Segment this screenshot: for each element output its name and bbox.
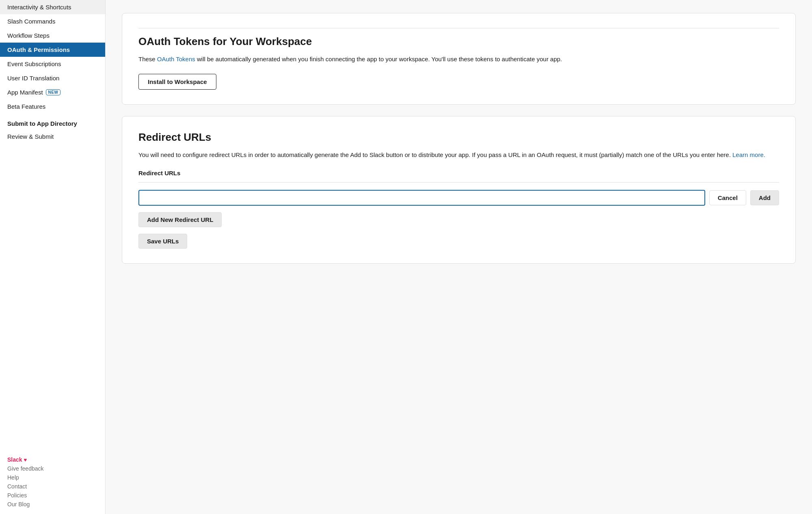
redirect-card-desc: You will need to configure redirect URLs… bbox=[138, 150, 779, 160]
redirect-input-row: Cancel Add bbox=[138, 190, 779, 206]
sidebar-item-label: App Manifest bbox=[7, 89, 43, 96]
sidebar-item-slash-commands[interactable]: Slash Commands bbox=[0, 14, 105, 28]
sidebar-item-beta-features[interactable]: Beta Features bbox=[0, 99, 105, 114]
sidebar-footer: Slack ♥ Give feedback Help Contact Polic… bbox=[0, 450, 105, 514]
slack-label: Slack bbox=[7, 456, 22, 463]
redirect-divider bbox=[138, 182, 779, 183]
sidebar-item-user-id-translation[interactable]: User ID Translation bbox=[0, 71, 105, 85]
redirect-card-title: Redirect URLs bbox=[138, 131, 779, 144]
sidebar-item-label: Interactivity & Shortcuts bbox=[7, 4, 71, 11]
install-to-workspace-button[interactable]: Install to Workspace bbox=[138, 74, 216, 90]
give-feedback-link[interactable]: Give feedback bbox=[7, 465, 98, 472]
redirect-urls-label: Redirect URLs bbox=[138, 170, 779, 176]
sidebar-item-label: Review & Submit bbox=[7, 133, 54, 140]
heart-icon: ♥ bbox=[24, 457, 27, 463]
help-link[interactable]: Help bbox=[7, 474, 98, 481]
oauth-desc-prefix: These bbox=[138, 56, 157, 62]
sidebar: Interactivity & Shortcuts Slash Commands… bbox=[0, 0, 106, 514]
sidebar-item-review-submit[interactable]: Review & Submit bbox=[0, 129, 105, 144]
redirect-url-input[interactable] bbox=[138, 190, 705, 206]
oauth-card-desc: These OAuth Tokens will be automatically… bbox=[138, 54, 779, 64]
sidebar-item-app-manifest[interactable]: App Manifest NEW bbox=[0, 85, 105, 99]
oauth-card-title: OAuth Tokens for Your Workspace bbox=[138, 35, 779, 48]
oauth-desc-suffix: will be automatically generated when you… bbox=[195, 56, 562, 62]
redirect-urls-card: Redirect URLs You will need to configure… bbox=[122, 116, 796, 264]
slack-link[interactable]: Slack ♥ bbox=[7, 456, 98, 463]
redirect-desc-text: You will need to configure redirect URLs… bbox=[138, 151, 732, 158]
our-blog-link[interactable]: Our Blog bbox=[7, 501, 98, 508]
sidebar-item-oauth-permissions[interactable]: OAuth & Permissions bbox=[0, 43, 105, 57]
sidebar-item-label: Slash Commands bbox=[7, 18, 55, 25]
sidebar-item-label: Workflow Steps bbox=[7, 32, 50, 39]
sidebar-item-label: Event Subscriptions bbox=[7, 60, 61, 67]
new-badge: NEW bbox=[46, 89, 61, 95]
submit-section-header: Submit to App Directory bbox=[0, 114, 105, 129]
sidebar-item-workflow-steps[interactable]: Workflow Steps bbox=[0, 28, 105, 43]
cancel-button[interactable]: Cancel bbox=[709, 190, 746, 205]
main-content: OAuth Tokens for Your Workspace These OA… bbox=[106, 0, 812, 514]
sidebar-item-event-subscriptions[interactable]: Event Subscriptions bbox=[0, 57, 105, 71]
add-new-redirect-button[interactable]: Add New Redirect URL bbox=[138, 212, 222, 227]
add-button[interactable]: Add bbox=[750, 190, 779, 205]
oauth-tokens-card: OAuth Tokens for Your Workspace These OA… bbox=[122, 13, 796, 105]
sidebar-item-label: Beta Features bbox=[7, 103, 45, 110]
sidebar-item-label: OAuth & Permissions bbox=[7, 46, 70, 53]
oauth-tokens-link[interactable]: OAuth Tokens bbox=[157, 56, 195, 62]
save-urls-button[interactable]: Save URLs bbox=[138, 234, 187, 249]
contact-link[interactable]: Contact bbox=[7, 483, 98, 490]
policies-link[interactable]: Policies bbox=[7, 492, 98, 499]
learn-more-link[interactable]: Learn more. bbox=[732, 151, 765, 158]
sidebar-item-label: User ID Translation bbox=[7, 75, 59, 82]
top-divider bbox=[138, 28, 779, 28]
sidebar-item-interactivity[interactable]: Interactivity & Shortcuts bbox=[0, 0, 105, 14]
